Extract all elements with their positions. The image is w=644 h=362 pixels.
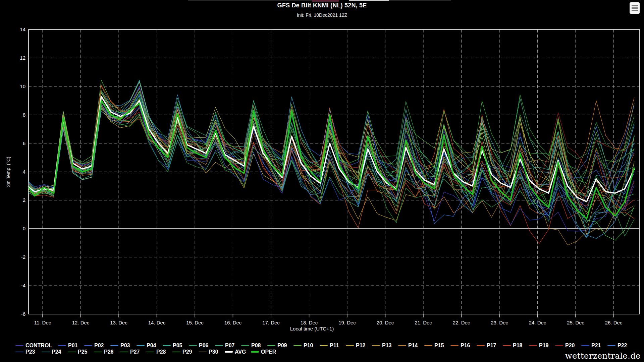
legend-row: P23P24P25P26P27P28P29P30AVGOPER bbox=[15, 349, 644, 355]
series-group bbox=[25, 80, 634, 245]
legend-item-p14: P14 bbox=[398, 343, 424, 349]
legend-label: P26 bbox=[104, 349, 113, 355]
legend-item-p12: P12 bbox=[346, 343, 372, 349]
legend-item-p30: P30 bbox=[199, 349, 225, 355]
watermark: wetterzentrale.de bbox=[565, 351, 641, 361]
legend-item-p23: P23 bbox=[15, 349, 42, 355]
legend-label: P09 bbox=[277, 343, 287, 349]
legend-label: P08 bbox=[251, 343, 261, 349]
legend-swatch bbox=[346, 345, 354, 346]
x-tick-label: 26. Dec bbox=[605, 320, 623, 325]
y-axis-title: 2m Temp. (°C) bbox=[6, 157, 11, 187]
y-tick-label: 4 bbox=[23, 169, 25, 175]
legend-item-p21: P21 bbox=[581, 343, 607, 349]
legend-label: P12 bbox=[356, 343, 365, 349]
legend-item-control: CONTROL bbox=[15, 343, 58, 349]
x-tick-label: 12. Dec bbox=[72, 320, 90, 325]
legend-item-oper: OPER bbox=[251, 349, 282, 355]
x-tick-label: 18. Dec bbox=[301, 320, 318, 325]
y-tick-label: 2 bbox=[23, 197, 25, 203]
ensemble-line-P03 bbox=[25, 88, 634, 216]
legend-swatch bbox=[199, 352, 207, 352]
legend-label: P16 bbox=[461, 343, 470, 349]
ensemble-plot: 14121086420-2-4-611. Dec12. Dec13. Dec14… bbox=[0, 0, 644, 362]
legend-item-p19: P19 bbox=[529, 343, 555, 349]
legend: CONTROLP01P02P03P04P05P06P07P08P09P10P11… bbox=[15, 342, 644, 355]
legend-item-p28: P28 bbox=[146, 349, 172, 355]
ensemble-line-P27 bbox=[25, 91, 634, 209]
legend-swatch bbox=[503, 345, 511, 346]
legend-label: P06 bbox=[199, 343, 208, 349]
legend-label: P25 bbox=[78, 349, 87, 355]
legend-item-p09: P09 bbox=[267, 343, 293, 349]
legend-label: OPER bbox=[261, 349, 276, 355]
legend-swatch bbox=[68, 352, 76, 352]
legend-label: P28 bbox=[156, 349, 166, 355]
legend-item-p02: P02 bbox=[84, 343, 110, 349]
legend-label: P24 bbox=[52, 349, 61, 355]
legend-swatch bbox=[189, 345, 197, 346]
legend-label: P04 bbox=[147, 343, 156, 349]
x-tick-label: 13. Dec bbox=[110, 320, 127, 325]
legend-label: P17 bbox=[487, 343, 496, 349]
legend-label: P30 bbox=[209, 349, 218, 355]
legend-label: P22 bbox=[618, 343, 627, 349]
legend-swatch bbox=[58, 345, 66, 346]
app-window: GFS De Bilt KNMI (NL) 52N, 5E Init: Fri,… bbox=[0, 0, 644, 362]
legend-label: AVG bbox=[235, 349, 246, 355]
legend-label: P19 bbox=[539, 343, 548, 349]
x-tick-label: 22. Dec bbox=[453, 320, 470, 325]
legend-swatch bbox=[42, 352, 50, 352]
legend-item-p22: P22 bbox=[607, 343, 634, 349]
legend-swatch bbox=[137, 345, 145, 346]
legend-item-p01: P01 bbox=[58, 343, 84, 349]
legend-item-p15: P15 bbox=[424, 343, 450, 349]
legend-item-p10: P10 bbox=[293, 343, 320, 349]
x-tick-label: 24. Dec bbox=[529, 320, 546, 325]
legend-swatch bbox=[398, 345, 406, 346]
legend-item-avg: AVG bbox=[225, 349, 251, 355]
legend-item-p27: P27 bbox=[120, 349, 146, 355]
legend-swatch bbox=[172, 352, 180, 352]
legend-label: P05 bbox=[173, 343, 182, 349]
legend-swatch bbox=[215, 345, 223, 346]
legend-swatch bbox=[581, 345, 589, 346]
legend-item-p07: P07 bbox=[215, 343, 241, 349]
legend-label: P11 bbox=[330, 343, 339, 349]
legend-swatch bbox=[84, 345, 92, 346]
ensemble-line-P05 bbox=[25, 80, 634, 205]
y-tick-label: -2 bbox=[21, 254, 25, 260]
legend-label: P29 bbox=[182, 349, 192, 355]
legend-item-p16: P16 bbox=[450, 343, 477, 349]
legend-label: P23 bbox=[25, 349, 35, 355]
legend-item-p24: P24 bbox=[42, 349, 68, 355]
legend-label: P18 bbox=[513, 343, 522, 349]
legend-label: P27 bbox=[130, 349, 140, 355]
legend-swatch bbox=[320, 345, 328, 346]
x-tick-label: 15. Dec bbox=[186, 320, 204, 325]
legend-label: P13 bbox=[382, 343, 391, 349]
legend-swatch bbox=[15, 345, 23, 346]
x-tick-label: 20. Dec bbox=[377, 320, 394, 325]
x-tick-label: 16. Dec bbox=[224, 320, 242, 325]
legend-label: P10 bbox=[304, 343, 313, 349]
x-axis-title: Local time (UTC+1) bbox=[290, 326, 334, 331]
legend-row: CONTROLP01P02P03P04P05P06P07P08P09P10P11… bbox=[15, 342, 644, 349]
x-tick-label: 11. Dec bbox=[34, 320, 51, 325]
legend-item-p08: P08 bbox=[241, 343, 267, 349]
legend-swatch bbox=[450, 345, 459, 346]
x-tick-label: 19. Dec bbox=[338, 320, 356, 325]
x-tick-label: 21. Dec bbox=[415, 320, 432, 325]
legend-item-p25: P25 bbox=[68, 349, 94, 355]
legend-label: P20 bbox=[565, 343, 575, 349]
y-tick-label: 8 bbox=[23, 112, 25, 118]
legend-swatch bbox=[251, 351, 259, 353]
x-tick-label: 14. Dec bbox=[148, 320, 166, 325]
legend-label: P21 bbox=[591, 343, 601, 349]
x-tick-label: 25. Dec bbox=[567, 320, 584, 325]
legend-swatch bbox=[163, 345, 171, 346]
y-tick-label: 6 bbox=[23, 140, 25, 146]
y-tick-label: 10 bbox=[20, 83, 25, 89]
legend-item-p05: P05 bbox=[163, 343, 189, 349]
y-tick-label: -4 bbox=[21, 283, 25, 288]
